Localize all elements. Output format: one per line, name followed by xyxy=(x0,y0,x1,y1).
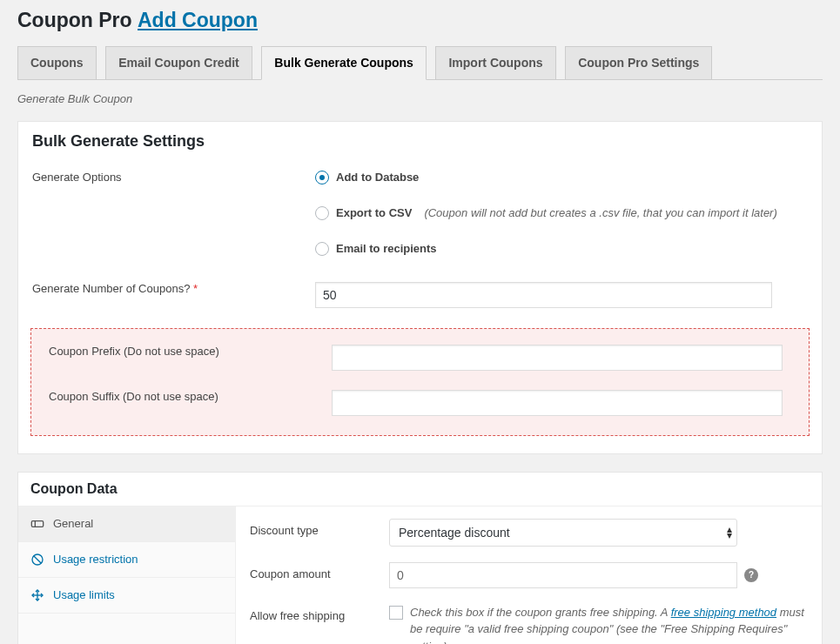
tab-email-coupon-credit[interactable]: Email Coupon Credit xyxy=(105,46,252,79)
free-shipping-checkbox[interactable] xyxy=(389,606,403,620)
coupon-suffix-input[interactable] xyxy=(332,390,783,416)
coupon-amount-label: Coupon amount xyxy=(250,562,389,580)
ban-icon xyxy=(30,553,44,567)
coupon-data-panel: Coupon Data General xyxy=(17,472,823,644)
coupon-prefix-label: Coupon Prefix (Do not use space) xyxy=(31,329,314,386)
generate-options-label: Generate Options xyxy=(18,158,301,269)
radio-label: Email to recipients xyxy=(336,242,437,255)
page-title: Coupon Pro Add Coupon xyxy=(17,0,823,37)
free-shipping-label: Allow free shipping xyxy=(250,604,389,622)
svg-line-2 xyxy=(34,556,42,564)
radio-icon xyxy=(315,171,329,184)
svg-rect-0 xyxy=(31,521,43,527)
add-coupon-link[interactable]: Add Coupon xyxy=(138,9,258,31)
tab-bulk-generate[interactable]: Bulk Generate Coupons xyxy=(261,46,426,80)
tab-coupons[interactable]: Coupons xyxy=(17,46,97,79)
radio-email-recipients[interactable]: Email to recipients xyxy=(315,242,808,256)
free-shipping-method-link[interactable]: free shipping method xyxy=(671,606,776,619)
radio-icon xyxy=(315,242,329,256)
coupon-prefix-input[interactable] xyxy=(332,345,783,371)
tab-coupon-pro-settings[interactable]: Coupon Pro Settings xyxy=(565,46,712,79)
tab-bar: Coupons Email Coupon Credit Bulk Generat… xyxy=(17,37,823,80)
ticket-icon xyxy=(30,517,44,531)
coupon-data-title: Coupon Data xyxy=(30,481,810,497)
coupon-data-main: Discount type ▴▾ Coupon amount ? xyxy=(236,506,822,644)
tab-import-coupons[interactable]: Import Coupons xyxy=(435,46,555,79)
bulk-settings-title: Bulk Generate Settings xyxy=(32,132,808,151)
sidebar-item-general[interactable]: General xyxy=(18,506,235,542)
radio-label: Add to Databse xyxy=(336,171,419,184)
coupon-data-sidebar: General Usage restriction xyxy=(18,506,236,644)
num-coupons-input[interactable] xyxy=(315,282,772,308)
move-icon xyxy=(30,588,44,602)
radio-export-csv[interactable]: Export to CSV (Coupon will not add but c… xyxy=(315,206,808,220)
free-shipping-description: Check this box if the coupon grants free… xyxy=(410,604,808,644)
radio-label: Export to CSV xyxy=(336,206,412,219)
sidebar-item-label: Usage restriction xyxy=(53,553,138,566)
radio-icon xyxy=(315,206,329,220)
discount-type-label: Discount type xyxy=(250,519,389,537)
coupon-suffix-label: Coupon Suffix (Do not use space) xyxy=(31,386,314,435)
subtitle: Generate Bulk Coupon xyxy=(17,92,823,105)
discount-type-select[interactable] xyxy=(389,519,737,547)
sidebar-item-usage-restriction[interactable]: Usage restriction xyxy=(18,542,235,578)
sidebar-item-label: Usage limits xyxy=(53,588,115,601)
radio-add-to-database[interactable]: Add to Databse xyxy=(315,171,808,184)
num-coupons-label: Generate Number of Coupons? * xyxy=(18,269,301,321)
coupon-amount-input[interactable] xyxy=(389,562,737,588)
page-title-prefix: Coupon Pro xyxy=(17,9,132,31)
help-icon[interactable]: ? xyxy=(744,568,758,582)
radio-hint: (Coupon will not add but creates a .csv … xyxy=(424,206,776,219)
sidebar-item-usage-limits[interactable]: Usage limits xyxy=(18,578,235,614)
bulk-settings-panel: Bulk Generate Settings Generate Options … xyxy=(17,121,823,454)
sidebar-item-label: General xyxy=(53,517,93,530)
prefix-suffix-box: Coupon Prefix (Do not use space) Coupon … xyxy=(30,328,810,436)
